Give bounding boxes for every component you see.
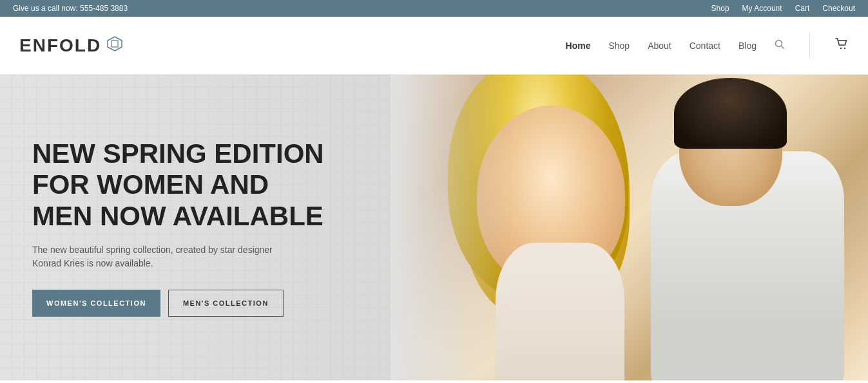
search-icon[interactable] — [775, 39, 785, 52]
logo-link[interactable]: ENFOLD — [19, 35, 123, 56]
logo-icon — [106, 35, 123, 56]
hero-section: NEW SPRING EDITION FOR WOMEN AND MEN NOW… — [0, 75, 868, 380]
hero-subtext: The new beautiful spring collection, cre… — [32, 243, 277, 270]
nav-shop[interactable]: Shop — [608, 41, 630, 51]
main-nav: Home Shop About Contact Blog — [566, 33, 849, 59]
svg-marker-0 — [108, 37, 122, 51]
hero-headline: NEW SPRING EDITION FOR WOMEN AND MEN NOW… — [32, 138, 335, 232]
logo-text: ENFOLD — [19, 35, 101, 56]
top-link-myaccount[interactable]: My Account — [742, 4, 782, 13]
mens-collection-button[interactable]: MEN'S COLLECTION — [168, 290, 284, 317]
svg-rect-1 — [111, 41, 118, 47]
photo-fade-overlay — [391, 75, 868, 380]
top-link-cart[interactable]: Cart — [795, 4, 810, 13]
header: ENFOLD Home Shop About Contact Blog — [0, 17, 868, 75]
nav-home[interactable]: Home — [566, 41, 591, 51]
top-link-checkout[interactable]: Checkout — [822, 4, 855, 13]
svg-point-4 — [840, 48, 842, 49]
hero-photo — [391, 75, 868, 380]
nav-blog[interactable]: Blog — [738, 41, 757, 51]
nav-divider — [809, 33, 810, 59]
nav-contact[interactable]: Contact — [690, 41, 720, 51]
svg-line-3 — [782, 46, 784, 48]
hero-content: NEW SPRING EDITION FOR WOMEN AND MEN NOW… — [0, 138, 335, 317]
cart-icon[interactable] — [834, 37, 849, 54]
nav-about[interactable]: About — [648, 41, 671, 51]
top-link-shop[interactable]: Shop — [711, 4, 729, 13]
top-bar: Give us a call now: 555-485 3883 Shop My… — [0, 0, 868, 17]
svg-point-2 — [776, 40, 782, 46]
svg-point-5 — [844, 48, 845, 49]
womens-collection-button[interactable]: WOMEN'S COLLECTION — [32, 290, 160, 317]
hero-buttons: WOMEN'S COLLECTION MEN'S COLLECTION — [32, 290, 335, 317]
top-bar-links: Shop My Account Cart Checkout — [711, 4, 855, 13]
phone-text: Give us a call now: 555-485 3883 — [13, 4, 128, 13]
